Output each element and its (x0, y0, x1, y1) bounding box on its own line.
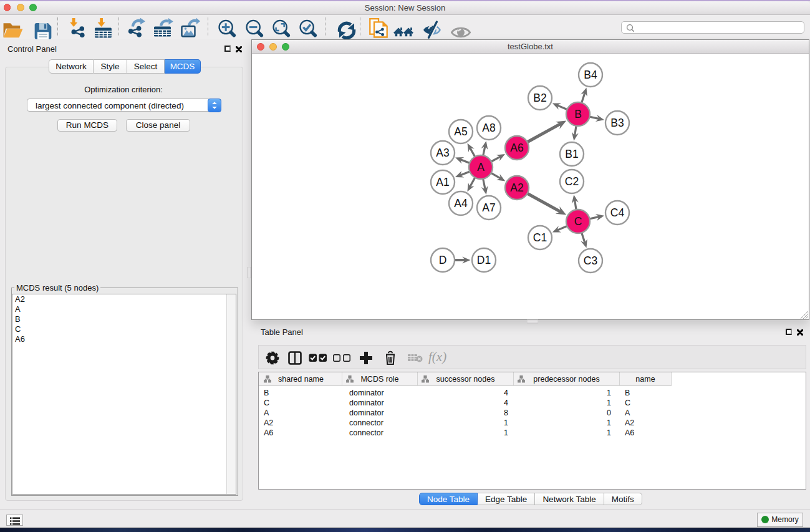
svg-text:D: D (439, 254, 447, 266)
svg-text:A2: A2 (510, 181, 523, 194)
svg-text:A8: A8 (482, 122, 495, 134)
svg-text:D1: D1 (477, 254, 491, 266)
svg-text:C1: C1 (533, 231, 547, 244)
svg-text:B3: B3 (610, 117, 624, 129)
svg-text:B2: B2 (533, 92, 546, 104)
svg-text:A4: A4 (454, 197, 468, 210)
svg-text:C: C (574, 215, 582, 228)
svg-text:C4: C4 (610, 206, 625, 219)
svg-text:A: A (477, 161, 485, 173)
svg-text:A7: A7 (482, 201, 495, 214)
svg-text:C2: C2 (565, 175, 579, 188)
svg-text:C3: C3 (584, 254, 597, 267)
svg-text:A5: A5 (454, 125, 467, 138)
svg-text:A3: A3 (436, 147, 449, 159)
svg-text:B: B (574, 108, 582, 120)
svg-text:A1: A1 (436, 176, 449, 188)
svg-text:B1: B1 (565, 148, 578, 160)
svg-text:A6: A6 (510, 142, 523, 154)
svg-text:B4: B4 (584, 69, 597, 81)
